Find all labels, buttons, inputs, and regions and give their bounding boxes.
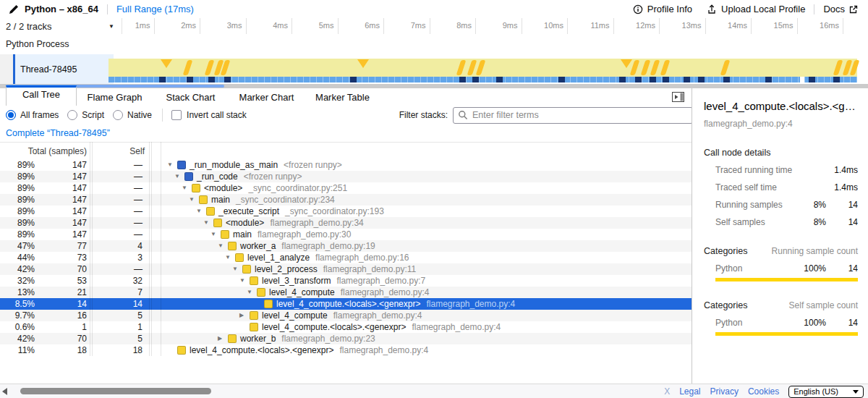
thread-name: Thread-78495 xyxy=(20,64,77,75)
footer-close-button[interactable]: X xyxy=(664,386,670,397)
profile-info-button[interactable]: Profile Info xyxy=(633,4,692,14)
process-track-header[interactable]: Python Process xyxy=(0,34,868,55)
category-percent: 100% xyxy=(794,263,826,274)
marker-slash-icon[interactable] xyxy=(183,60,193,75)
tree-expand-icon[interactable]: ▼ xyxy=(182,182,192,194)
table-row[interactable]: 11%1818level_4_compute.<locals>.<genexpr… xyxy=(0,344,692,356)
frame-category-chip xyxy=(177,346,186,355)
footer-link-cookies[interactable]: Cookies xyxy=(748,386,779,397)
tab-stack-chart[interactable]: Stack Chart xyxy=(153,89,229,106)
tree-expand-icon[interactable]: ▼ xyxy=(225,252,235,263)
marker-triangle-icon[interactable] xyxy=(161,59,172,68)
upload-profile-button[interactable]: Upload Local Profile xyxy=(707,4,805,14)
tree-expand-icon[interactable]: ▼ xyxy=(167,159,177,171)
sample-break xyxy=(187,77,193,82)
marker-triangle-icon[interactable] xyxy=(621,59,632,68)
marker-slash-icon[interactable] xyxy=(650,60,660,75)
tree-expand-icon[interactable]: ▶ xyxy=(239,310,250,321)
breadcrumb-root-link[interactable]: Complete “Thread-78495” xyxy=(6,128,110,138)
total-percent-cell: 8.5% xyxy=(0,298,35,310)
thread-track-label[interactable]: Thread-78495 xyxy=(15,54,114,84)
filter-stacks-input[interactable] xyxy=(453,107,693,124)
marker-slash-icon[interactable] xyxy=(833,60,843,75)
tree-expand-icon[interactable]: ▼ xyxy=(210,229,221,240)
table-row[interactable]: 89%147—▼<module>_sync_coordinator.py:251 xyxy=(0,182,692,194)
marker-slash-icon[interactable] xyxy=(630,60,640,75)
table-row[interactable]: 13%217▼level_4_computeflamegraph_demo.py… xyxy=(0,287,692,298)
marker-slash-icon[interactable] xyxy=(456,60,467,75)
docs-link[interactable]: Docs xyxy=(823,4,858,14)
marker-slash-icon[interactable] xyxy=(641,60,651,75)
invert-call-stack-checkbox[interactable]: Invert call stack xyxy=(171,110,247,120)
table-row[interactable]: 89%147—▼_run_module_as_main<frozen runpy… xyxy=(0,159,692,171)
edit-pencil-icon[interactable] xyxy=(9,4,19,14)
marker-slash-icon[interactable] xyxy=(476,60,486,75)
frame-cell: level_4_compute.<locals>.<genexpr>flameg… xyxy=(165,344,692,356)
radio-native[interactable]: Native xyxy=(113,110,152,120)
table-row[interactable]: 9.7%165▶level_4_computeflamegraph_demo.p… xyxy=(0,310,692,321)
tree-expand-icon[interactable]: ▼ xyxy=(247,287,257,298)
activity-graph[interactable] xyxy=(109,59,857,77)
table-row[interactable]: 44%733▼level_1_analyzeflamegraph_demo.py… xyxy=(0,252,692,263)
sidebar-toggle-button[interactable] xyxy=(672,92,685,102)
tree-expand-icon[interactable]: ▼ xyxy=(203,217,213,229)
language-select[interactable]: English (US) xyxy=(788,386,864,398)
tree-expand-icon[interactable]: ▼ xyxy=(218,240,228,252)
cell-spacer xyxy=(142,171,165,182)
tree-expand-icon[interactable]: ▼ xyxy=(239,275,250,287)
function-name: level_4_compute.<locals>.<genexpr> xyxy=(276,298,420,310)
table-row[interactable]: 89%147—▼<module>flamegraph_demo.py:34 xyxy=(0,217,692,229)
table-row[interactable]: 47%774▼worker_aflamegraph_demo.py:19 xyxy=(0,240,692,252)
category-value: 14 xyxy=(826,318,858,328)
tab-call-tree[interactable]: Call Tree xyxy=(6,85,77,106)
tree-expand-icon[interactable]: ▼ xyxy=(189,194,199,206)
detail-value: 1.4ms xyxy=(826,182,858,192)
total-percent-cell: 32% xyxy=(0,275,35,287)
radio-script[interactable]: Script xyxy=(67,110,104,120)
column-total-header[interactable]: Total (samples) xyxy=(0,146,89,156)
tracks-dropdown[interactable]: 2 / 2 tracks ▼ xyxy=(0,18,122,34)
scroll-left-arrow-icon[interactable] xyxy=(2,388,7,395)
table-row[interactable]: 42%705▶worker_bflamegraph_demo.py:23 xyxy=(0,333,692,344)
ruler-tick: 4ms xyxy=(247,18,293,34)
marker-triangle-icon[interactable] xyxy=(357,59,369,68)
upload-icon xyxy=(707,4,717,14)
footer-link-legal[interactable]: Legal xyxy=(679,386,700,397)
marker-slash-icon[interactable] xyxy=(660,60,671,75)
full-range-link[interactable]: Full Range (17ms) xyxy=(116,4,194,14)
table-row[interactable]: 89%147—▼_execute_script_sync_coordinator… xyxy=(0,206,692,217)
table-row[interactable]: 89%147—▼main_sync_coordinator.py:234 xyxy=(0,194,692,206)
table-row[interactable]: 8.5%1414level_4_compute.<locals>.<genexp… xyxy=(0,298,692,310)
frame-category-chip xyxy=(177,161,186,169)
table-row[interactable]: 0.6%11level_4_compute.<locals>.<genexpr>… xyxy=(0,321,692,333)
samples-strip[interactable] xyxy=(109,77,857,82)
thread-track[interactable]: Thread-78495 xyxy=(0,54,868,84)
tree-expand-icon[interactable]: ▼ xyxy=(232,263,242,275)
file-location: flamegraph_demo.py:11 xyxy=(323,263,417,275)
table-row[interactable]: 89%147—▼mainflamegraph_demo.py:30 xyxy=(0,229,692,240)
horizontal-scrollbar-thumb[interactable] xyxy=(20,388,211,394)
marker-slash-icon[interactable] xyxy=(720,60,731,75)
tree-expand-icon[interactable]: ▼ xyxy=(196,206,206,217)
tab-marker-table[interactable]: Marker Table xyxy=(305,89,380,106)
tree-expand-icon[interactable]: ▼ xyxy=(174,171,184,182)
timeline-ruler[interactable]: 1ms2ms3ms4ms5ms6ms7ms8ms9ms10ms11ms12ms1… xyxy=(109,18,868,34)
column-self-header[interactable]: Self xyxy=(89,146,147,156)
frame-cell: ▼<module>flamegraph_demo.py:34 xyxy=(165,217,692,229)
total-percent-cell: 9.7% xyxy=(0,310,35,321)
radio-all-frames[interactable]: All frames xyxy=(6,110,59,120)
upload-label: Upload Local Profile xyxy=(721,4,805,14)
function-name: main xyxy=(211,194,230,206)
tree-expand-icon[interactable]: ▶ xyxy=(218,333,228,344)
tab-flame-graph[interactable]: Flame Graph xyxy=(77,89,153,106)
detail-value: 1.4ms xyxy=(826,165,858,175)
radio-icon xyxy=(6,110,16,120)
table-row[interactable]: 32%5332▼level_3_transformflamegraph_demo… xyxy=(0,275,692,287)
sample-break xyxy=(663,77,669,82)
footer-link-privacy[interactable]: Privacy xyxy=(710,386,739,397)
table-row[interactable]: 89%147—▼_run_code<frozen runpy> xyxy=(0,171,692,182)
tab-marker-chart[interactable]: Marker Chart xyxy=(229,89,305,106)
marker-slash-icon[interactable] xyxy=(205,60,215,75)
track-gutter xyxy=(0,54,13,84)
table-row[interactable]: 42%70—▼level_2_processflamegraph_demo.py… xyxy=(0,263,692,275)
